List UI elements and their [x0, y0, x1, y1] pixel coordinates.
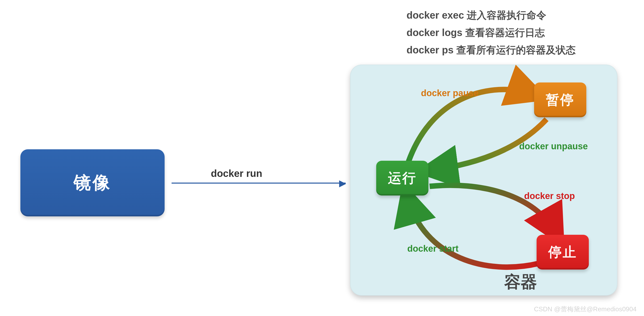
state-stopped-label: 停止: [548, 243, 577, 261]
cmd-exec: docker exec 进入容器执行命令: [406, 6, 576, 24]
container-label: 容器: [504, 271, 537, 293]
image-box-label: 镜像: [74, 171, 112, 195]
container-panel: 运行 暂停 停止 docker pause docker unpause doc…: [350, 65, 618, 296]
label-unpause: docker unpause: [519, 141, 588, 152]
state-stopped: 停止: [536, 235, 589, 270]
arrow-start: [407, 198, 539, 267]
state-paused: 暂停: [534, 82, 586, 117]
cmd-ps: docker ps 查看所有运行的容器及状态: [406, 41, 576, 59]
label-start: docker start: [407, 244, 458, 254]
label-stop: docker stop: [524, 191, 575, 201]
command-list: docker exec 进入容器执行命令 docker logs 查看容器运行日…: [406, 6, 576, 59]
arrow-pause: [408, 89, 534, 161]
watermark: CSDN @蕾梅黛丝@Remedios0904: [534, 305, 636, 314]
diagram-canvas: docker exec 进入容器执行命令 docker logs 查看容器运行日…: [0, 0, 644, 316]
label-pause: docker pause: [421, 88, 479, 98]
cmd-logs: docker logs 查看容器运行日志: [406, 24, 576, 41]
run-arrow: [172, 183, 346, 184]
state-running-label: 运行: [388, 169, 417, 187]
state-running: 运行: [376, 161, 428, 196]
state-paused-label: 暂停: [546, 91, 575, 109]
run-arrow-label: docker run: [211, 168, 262, 179]
image-box: 镜像: [20, 149, 164, 216]
